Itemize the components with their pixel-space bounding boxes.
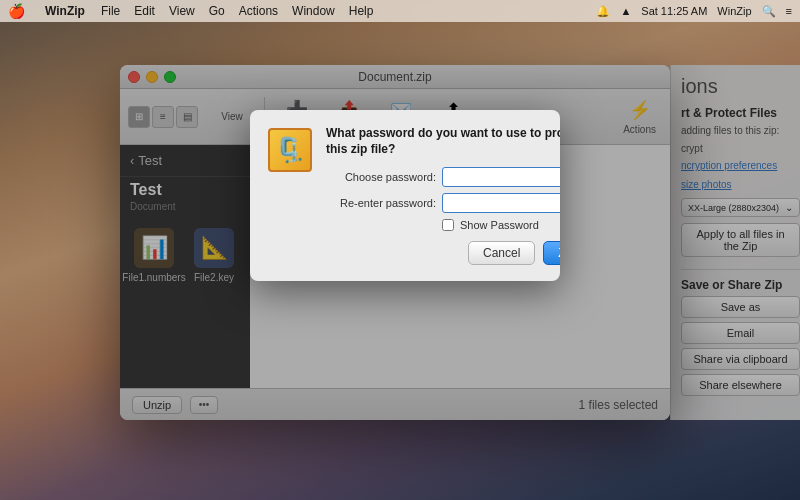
menu-help[interactable]: Help [349,4,374,18]
menu-file[interactable]: File [101,4,120,18]
dialog-buttons: Cancel Zip [326,241,560,265]
zip-button[interactable]: Zip [543,241,560,265]
show-password-checkbox[interactable] [442,219,454,231]
choose-password-label: Choose password: [326,171,436,183]
show-password-label: Show Password [460,219,539,231]
dialog-body: What password do you want to use to prot… [326,126,560,265]
menu-actions[interactable]: Actions [239,4,278,18]
menubar-app: WinZip [717,5,751,17]
dialog-content: 🗜️ What password do you want to use to p… [266,126,544,265]
show-password-row: Show Password [442,219,560,231]
choose-password-input[interactable] [442,167,560,187]
menu-go[interactable]: Go [209,4,225,18]
list-icon[interactable]: ≡ [786,5,792,17]
password-dialog: 🗜️ What password do you want to use to p… [250,110,560,281]
menu-items: File Edit View Go Actions Window Help [101,4,581,18]
menu-view[interactable]: View [169,4,195,18]
dialog-icon-area: 🗜️ [266,126,314,174]
menu-edit[interactable]: Edit [134,4,155,18]
menubar-time: Sat 11:25 AM [641,5,707,17]
menu-right: 🔔 ▲ Sat 11:25 AM WinZip 🔍 ≡ [596,5,792,18]
dialog-title: What password do you want to use to prot… [326,126,560,157]
reenter-password-input[interactable] [442,193,560,213]
zip-file-icon: 🗜️ [268,128,312,172]
reenter-password-row: Re-enter password: [326,193,560,213]
notification-icon: 🔔 [596,5,610,18]
apple-menu[interactable]: 🍎 [8,3,25,19]
search-icon[interactable]: 🔍 [762,5,776,18]
menubar: 🍎 WinZip File Edit View Go Actions Windo… [0,0,800,22]
cancel-button[interactable]: Cancel [468,241,535,265]
menu-window[interactable]: Window [292,4,335,18]
app-name-menu[interactable]: WinZip [45,4,85,18]
wifi-icon: ▲ [620,5,631,17]
choose-password-row: Choose password: [326,167,560,187]
reenter-password-label: Re-enter password: [326,197,436,209]
